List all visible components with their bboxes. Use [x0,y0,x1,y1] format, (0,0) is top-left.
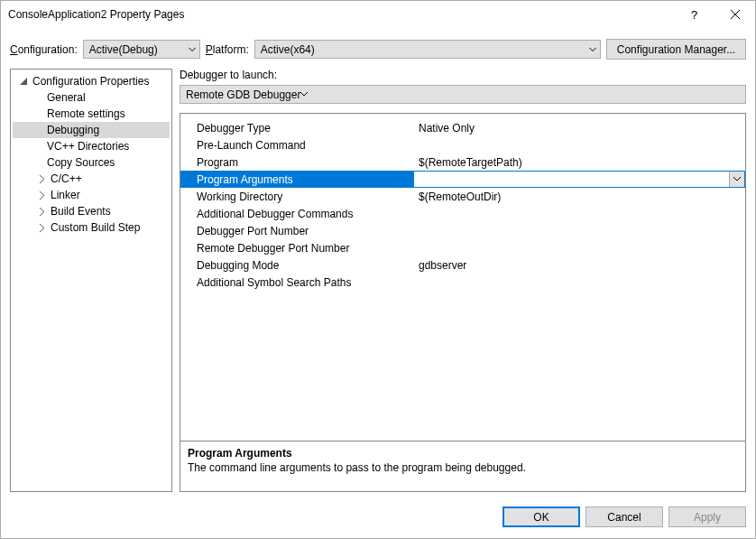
tree-item-label: Copy Sources [47,156,115,169]
platform-label: Platform: [206,43,249,56]
property-grid-body[interactable]: Debugger TypeNative OnlyPre-Launch Comma… [180,114,745,441]
chevron-down-icon[interactable] [729,172,744,187]
titlebar: ConsoleApplication2 Property Pages ? [1,1,755,28]
property-name: Remote Debugger Port Number [180,242,413,255]
tree-item-label: Build Events [51,205,111,218]
debugger-launch-value: Remote GDB Debugger [186,88,300,101]
tree-item-label: Remote settings [47,107,125,120]
chevron-down-icon [589,47,596,51]
collapse-icon[interactable] [18,78,29,86]
property-name: Program Arguments [180,173,413,186]
tree-item-label: Debugging [47,124,99,136]
button-bar: OK Cancel Apply [1,499,755,538]
configuration-dropdown[interactable]: Active(Debug) [83,40,200,59]
help-button[interactable]: ? [674,1,715,28]
tree-item[interactable]: Debugging [13,122,170,138]
property-row[interactable]: Debugger Port Number [180,222,745,239]
expand-icon[interactable] [36,191,47,200]
tree-item[interactable]: Build Events [13,203,170,219]
property-name: Pre-Launch Command [180,139,413,152]
property-name: Debugger Type [180,122,413,135]
window-title: ConsoleApplication2 Property Pages [8,8,674,21]
configuration-manager-button[interactable]: Configuration Manager... [606,39,746,60]
main-area: Configuration Properties GeneralRemote s… [1,69,755,499]
configuration-value: Active(Debug) [89,43,158,56]
property-value[interactable] [413,171,745,188]
platform-value: Active(x64) [261,43,315,56]
apply-button[interactable]: Apply [668,506,746,527]
expand-icon[interactable] [36,208,47,216]
property-value[interactable]: $(RemoteTargetPath) [413,156,745,169]
configuration-label: Configuration: [10,43,78,56]
property-grid: Debugger TypeNative OnlyPre-Launch Comma… [180,113,746,492]
property-row[interactable]: Additional Symbol Search Paths [180,274,745,291]
tree-item[interactable]: Remote settings [13,106,170,122]
property-row[interactable]: Program Arguments [180,171,745,188]
right-panel: Debugger to launch: Remote GDB Debugger … [180,69,746,492]
chevron-down-icon [189,47,196,51]
platform-dropdown[interactable]: Active(x64) [254,40,601,59]
tree-item-label: VC++ Directories [47,140,129,153]
tree-item[interactable]: Linker [13,187,170,203]
tree-item[interactable]: Custom Build Step [13,219,170,236]
property-name: Debugging Mode [180,259,413,272]
debugger-launch-dropdown[interactable]: Remote GDB Debugger [180,85,746,104]
property-value[interactable]: $(RemoteOutDir) [413,191,745,203]
expand-icon[interactable] [36,224,47,232]
tree-root[interactable]: Configuration Properties [13,73,170,89]
chevron-down-icon [300,92,308,97]
tree-panel[interactable]: Configuration Properties GeneralRemote s… [10,69,172,492]
expand-icon[interactable] [36,175,47,183]
property-row[interactable]: Program$(RemoteTargetPath) [180,153,745,171]
tree-item[interactable]: VC++ Directories [13,138,170,154]
close-button[interactable] [715,1,755,28]
tree-item[interactable]: Copy Sources [13,154,170,171]
property-row[interactable]: Working Directory$(RemoteOutDir) [180,188,745,205]
property-row[interactable]: Remote Debugger Port Number [180,239,745,256]
property-row[interactable]: Pre-Launch Command [180,136,745,153]
tree-item-label: General [47,91,86,104]
description-panel: Program Arguments The command line argum… [180,441,745,491]
config-row: Configuration: Active(Debug) Platform: A… [1,28,755,69]
property-value[interactable]: gdbserver [413,259,745,272]
svg-marker-2 [20,78,27,85]
tree-item-label: C/C++ [51,172,82,185]
ok-button[interactable]: OK [502,506,580,527]
property-name: Additional Debugger Commands [180,208,413,220]
tree-item[interactable]: General [13,89,170,106]
debugger-launch-label: Debugger to launch: [180,69,746,81]
property-name: Program [180,156,413,169]
description-title: Program Arguments [188,447,738,460]
property-row[interactable]: Additional Debugger Commands [180,205,745,222]
tree-item-label: Custom Build Step [51,221,140,234]
property-row[interactable]: Debugging Modegdbserver [180,256,745,274]
property-value[interactable]: Native Only [413,122,745,135]
property-name: Working Directory [180,191,413,203]
tree-root-label: Configuration Properties [32,75,149,88]
cancel-button[interactable]: Cancel [585,506,663,527]
tree-item[interactable]: C/C++ [13,171,170,187]
property-row[interactable]: Debugger TypeNative Only [180,119,745,136]
property-name: Debugger Port Number [180,225,413,237]
property-name: Additional Symbol Search Paths [180,276,413,289]
tree-item-label: Linker [51,189,80,201]
description-text: The command line arguments to pass to th… [188,461,738,474]
